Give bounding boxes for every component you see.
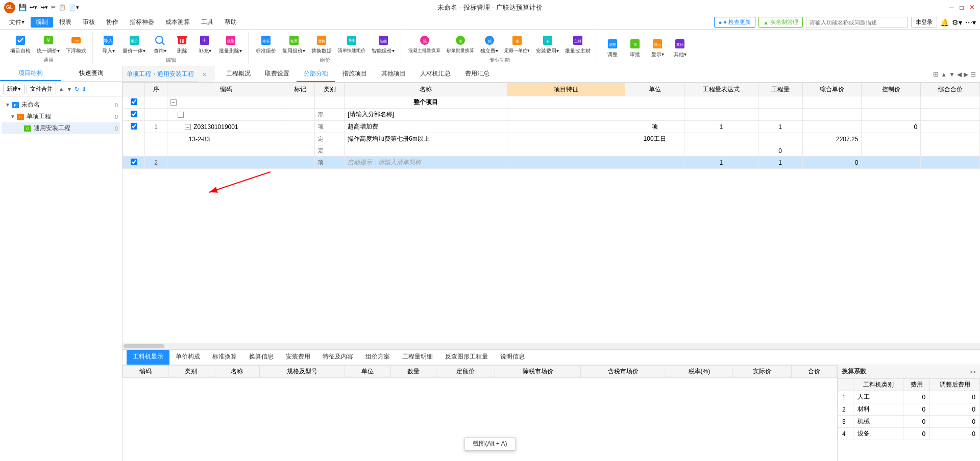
tab-overview[interactable]: 工程概况 [219,66,258,82]
bottom-tab-labor-machine[interactable]: 工料机显示 [127,350,169,365]
standalone-button[interactable]: 独 独立费▾ [478,32,500,56]
check-update-button[interactable]: ● ● 检查更新 [714,17,755,28]
move-up-icon[interactable]: ▲ [58,86,64,93]
bottom-tab-standard-calc[interactable]: 标准换算 [206,350,243,365]
menu-collab[interactable]: 协作 [101,17,124,28]
arrow-down-icon[interactable]: ▼ [949,71,955,78]
qty-unit-button[interactable]: 量价 量价一体▾ [120,32,148,56]
paste-icon[interactable]: 📄▾ [69,4,79,11]
tab-measures[interactable]: 措施项目 [335,66,374,82]
menu-report[interactable]: 报表 [54,17,77,28]
row-checkbox[interactable] [131,98,137,105]
import-button[interactable]: 导入 导入▾ [98,32,118,56]
supplement-button[interactable]: + 补充▾ [194,32,215,56]
replace-data-button[interactable]: 替换 替换数据 [309,32,334,56]
row-checkbox[interactable] [131,123,137,130]
bottom-tab-exchange[interactable]: 换算信息 [243,350,280,365]
more-icon[interactable]: ⋯▾ [965,18,976,27]
expand-exchange-button[interactable]: >> [969,369,976,375]
menu-cost[interactable]: 成本测算 [160,17,195,28]
main-table-container[interactable]: 序 编码 标记 类别 名称 项目特征 单位 工程量表达式 工程量 综合单价 控制… [122,83,980,343]
expand-all-icon[interactable]: ⊟ [970,70,976,78]
batch-main-button[interactable]: 主材 批量改主材 [563,32,593,56]
standard-price-button[interactable]: 标准 标准组价 [254,32,278,56]
query-button[interactable]: 查询▾ [150,32,170,56]
move-down-icon[interactable]: ▼ [66,86,72,93]
bottom-tab-reverse-check[interactable]: 反查图形工程量 [439,350,494,365]
save-icon[interactable]: 💾 [18,4,27,11]
compound-price-button[interactable]: 复用 复用组价▾ [280,32,307,56]
tree-item-root[interactable]: ▼ P 未命名 0 [2,99,120,111]
fast-group-button[interactable]: 快速 清单快速组价 [336,32,368,55]
row-feature [507,133,625,145]
bottom-tab-description[interactable]: 说明信息 [494,350,531,365]
breadcrumb-item-general[interactable]: 通用安装工程 [157,70,194,79]
grid-icon[interactable]: ⊞ [933,70,939,78]
bottom-tab-qty-detail[interactable]: 工程量明细 [396,350,439,365]
realname-button[interactable]: ▲ 实名制管理 [758,17,803,28]
download-icon[interactable]: ⬇ [82,86,87,93]
copy-icon[interactable]: 📋 [59,4,66,11]
maximize-button[interactable]: □ [958,4,966,12]
tree-item-general[interactable]: G 通用安装工程 0 [2,122,120,134]
undo-icon[interactable]: ↩▾ [30,4,37,11]
tab-other[interactable]: 其他项目 [374,66,413,82]
unified-price-button[interactable]: ¥ 统一调价▾ [35,32,62,56]
display-button[interactable]: 显示 显示▾ [647,36,668,59]
bottom-tab-unit-price[interactable]: 单价构成 [169,350,206,365]
tab-labor-material[interactable]: 人材机汇总 [413,66,458,82]
expand-button[interactable]: − [178,112,184,118]
mortar-batch-button[interactable]: 浆 砂浆批量换算 [445,32,476,55]
menu-file[interactable]: 文件▾ [4,17,30,28]
expand-button[interactable]: − [185,124,191,130]
login-button[interactable]: 未登录 [911,17,937,28]
float-mode-button[interactable]: ↓% 下浮模式 [64,32,88,56]
tab-sections[interactable]: 分部分项 [297,66,335,82]
bottom-tab-feature[interactable]: 特征及内容 [316,350,359,365]
notification-icon[interactable]: 🔔 [940,18,949,27]
sidebar-tab-search[interactable]: 快速查询 [61,66,122,81]
arrow-right-icon[interactable]: ▶ [964,71,968,78]
menu-audit[interactable]: 审核 [78,17,100,28]
new-button[interactable]: 新建▾ [3,84,24,94]
bottom-tab-price-scheme[interactable]: 组价方案 [359,350,396,365]
expand-button[interactable]: − [170,99,177,106]
check-update-icon: ● [719,19,722,25]
menu-tools[interactable]: 工具 [196,17,218,28]
bottom-tab-install-fee[interactable]: 安装费用 [280,350,316,365]
redo-icon[interactable]: ↪▾ [40,4,48,11]
concrete-batch-button[interactable]: 混 混凝土批量换算 [406,32,443,55]
install-fee-button[interactable]: 安 安装费用▾ [534,32,561,56]
fixed-amount-button[interactable]: 定 定额一单位▾ [502,32,532,55]
row-checkbox[interactable] [131,159,137,165]
batch-delete-button[interactable]: 批删 批量删除▾ [217,32,244,56]
search-input[interactable] [806,17,908,28]
scroll-thumb[interactable] [124,344,164,348]
menu-index[interactable]: 指标神器 [125,17,159,28]
arrow-up-icon[interactable]: ▲ [941,71,947,78]
delete-button[interactable]: 删除 [172,32,192,56]
menu-edit[interactable]: 编制 [31,17,53,28]
tree-arrow-root: ▼ [4,101,11,109]
close-breadcrumb-icon[interactable]: ✕ [202,71,207,78]
tab-fee-summary[interactable]: 费用汇总 [458,66,497,82]
menu-help[interactable]: 帮助 [219,17,242,28]
row-checkbox[interactable] [131,111,137,117]
close-button[interactable]: ✕ [968,4,976,12]
arrow-left-icon[interactable]: ◀ [957,71,962,78]
horizontal-scrollbar[interactable] [122,343,980,349]
other-button[interactable]: 其他 其他▾ [670,36,690,59]
refresh-icon[interactable]: ↻ [75,86,80,93]
settings-icon[interactable]: ⚙▾ [952,18,962,27]
minimize-button[interactable]: ─ [947,4,955,12]
merge-files-button[interactable]: 文件合并 [27,84,56,94]
cut-icon[interactable]: ✂ [51,4,56,11]
project-check-button[interactable]: 项目自检 [8,32,33,56]
adjust-button[interactable]: 调整 调整 [602,36,623,59]
breadcrumb-item-single[interactable]: 单项工程 [127,70,151,79]
tab-fee-settings[interactable]: 取费设置 [258,66,297,82]
sidebar-tab-project[interactable]: 项目结构 [0,66,61,81]
smart-group-button[interactable]: 智能 智能组价▾ [370,32,397,56]
audit-button[interactable]: 审 审批 [625,36,645,59]
tree-item-single[interactable]: ▼ S 单项工程 0 [2,111,120,122]
